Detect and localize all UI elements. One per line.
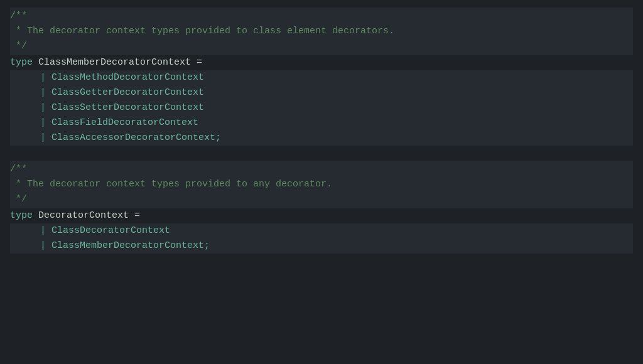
union-line-last: | ClassMemberDecoratorContext; [10,238,633,254]
comment-text: /** [10,162,27,177]
comment-block-2: /** * The decorator context types provid… [10,161,633,208]
keyword-type: type [10,55,33,70]
code-line: */ [10,39,633,54]
type-declaration-line: type ClassMemberDecoratorContext = [10,55,633,70]
code-line: * The decorator context types provided t… [10,24,633,39]
union-block-1: | ClassMethodDecoratorContext | ClassGet… [10,70,633,146]
code-line: /** [10,9,633,24]
pipe-symbol: | [40,70,51,85]
pipe-symbol: | [40,131,51,146]
pipe-symbol: | [40,115,51,131]
comment-text: /** [10,9,27,24]
type-declaration-line-2: type DecoratorContext = [10,208,633,223]
union-type-value: ClassDecoratorContext [51,223,170,238]
union-line: | ClassSetterDecoratorContext [10,100,633,115]
operator: = [191,55,202,70]
code-line: * The decorator context types provided t… [10,177,633,192]
comment-text: * The decorator context types provided t… [10,177,332,192]
code-editor: /** * The decorator context types provid… [0,0,643,364]
union-type-value: ClassFieldDecoratorContext [51,115,198,131]
comment-text: */ [10,192,27,207]
type-name: ClassMemberDecoratorContext [33,55,191,70]
pipe-symbol: | [40,85,51,100]
union-block-2: | ClassDecoratorContext | ClassMemberDec… [10,223,633,254]
type-name-2: DecoratorContext [33,208,129,223]
pipe-symbol: | [40,100,51,115]
union-line: | ClassDecoratorContext [10,223,633,238]
pipe-symbol: | [40,223,51,238]
comment-text: * The decorator context types provided t… [10,24,394,39]
union-line: | ClassFieldDecoratorContext [10,115,633,131]
blank-line [10,146,633,161]
code-line: */ [10,192,633,207]
union-line: | ClassMethodDecoratorContext [10,70,633,85]
union-type-value: ClassSetterDecoratorContext [51,100,204,115]
comment-text: */ [10,39,27,54]
operator-2: = [129,208,140,223]
union-type-value: ClassMethodDecoratorContext [51,70,204,85]
union-line-last: | ClassAccessorDecoratorContext; [10,131,633,146]
union-type-value: ClassGetterDecoratorContext [51,85,204,100]
code-line: /** [10,162,633,177]
comment-block-1: /** * The decorator context types provid… [10,8,633,55]
pipe-symbol: | [40,238,51,254]
union-type-value: ClassMemberDecoratorContext; [51,238,210,254]
union-type-value: ClassAccessorDecoratorContext; [51,131,221,146]
union-line: | ClassGetterDecoratorContext [10,85,633,100]
keyword-type-2: type [10,208,33,223]
